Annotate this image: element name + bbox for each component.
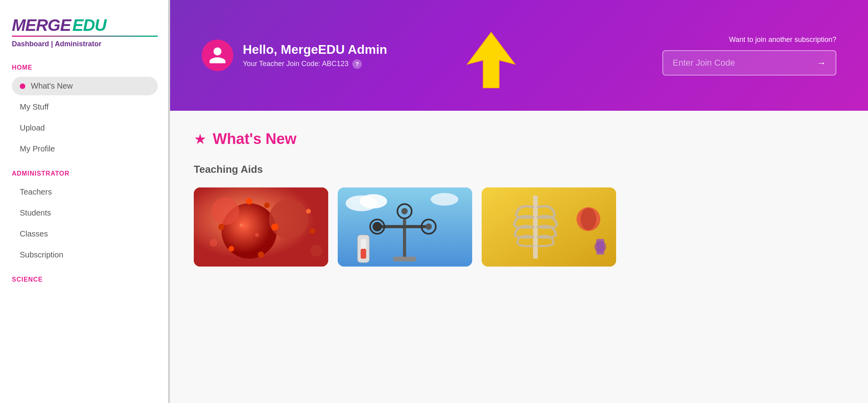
header-banner: Hello, MergeEDU Admin Your Teacher Join … <box>170 0 868 111</box>
svg-point-36 <box>581 208 596 230</box>
card-anatomy[interactable] <box>482 187 616 267</box>
nav-science-label: SCIENCE <box>12 276 158 283</box>
sidebar-item-label: Classes <box>20 229 48 238</box>
svg-point-12 <box>310 228 315 234</box>
nav-home-label: HOME <box>12 64 158 71</box>
sidebar-item-label: Teachers <box>20 187 52 197</box>
svg-point-27 <box>425 223 432 230</box>
sidebar-item-label: Students <box>20 208 51 218</box>
sidebar: MERGE EDU Dashboard | Administrator HOME… <box>0 0 170 403</box>
svg-point-9 <box>229 246 234 252</box>
sidebar-item-upload[interactable]: Upload <box>12 119 158 137</box>
svg-point-20 <box>431 193 458 206</box>
logo-edu: EDU <box>72 16 106 35</box>
help-icon[interactable]: ? <box>352 59 362 69</box>
sidebar-item-subscription[interactable]: Subscription <box>12 246 158 264</box>
join-area: Want to join another subscription? → <box>662 36 836 76</box>
join-label: Want to join another subscription? <box>729 36 837 44</box>
svg-marker-0 <box>467 32 515 88</box>
sidebar-item-label: My Stuff <box>20 102 49 112</box>
svg-point-14 <box>255 233 259 237</box>
logo: MERGE EDU <box>12 16 158 35</box>
logo-merge: MERGE <box>12 16 71 35</box>
svg-point-28 <box>401 208 408 214</box>
sidebar-item-label: Upload <box>20 123 45 132</box>
user-icon <box>208 45 227 65</box>
avatar <box>202 40 233 71</box>
nav-admin-label: ADMINISTRATOR <box>12 170 158 177</box>
sidebar-item-label: What's New <box>31 81 73 91</box>
sidebar-divider <box>168 0 170 403</box>
section-header: ★ What's New <box>194 131 844 148</box>
sidebar-item-students[interactable]: Students <box>12 204 158 222</box>
svg-point-11 <box>306 209 311 214</box>
arrow-right-icon: → <box>817 57 826 68</box>
sidebar-item-label: My Profile <box>20 144 55 153</box>
svg-point-19 <box>359 194 387 208</box>
join-input-row[interactable]: → <box>662 50 836 76</box>
anatomy-illustration <box>482 187 616 267</box>
sidebar-item-classes[interactable]: Classes <box>12 225 158 243</box>
join-code-text: Your Teacher Join Code: ABC123 ? <box>243 59 387 69</box>
card-virus[interactable] <box>194 187 328 267</box>
svg-point-6 <box>264 202 270 208</box>
svg-point-26 <box>373 222 382 231</box>
content-area: ★ What's New Teaching Aids <box>170 111 868 403</box>
subsection-title: Teaching Aids <box>194 163 844 176</box>
arrow-decoration <box>460 28 523 93</box>
svg-rect-32 <box>361 249 366 259</box>
svg-point-15 <box>210 239 217 247</box>
sidebar-item-teachers[interactable]: Teachers <box>12 183 158 201</box>
svg-point-5 <box>246 198 252 204</box>
cards-row <box>194 187 844 267</box>
logo-underline <box>12 36 158 37</box>
svg-point-16 <box>310 245 322 257</box>
svg-point-4 <box>212 197 239 225</box>
section-title: What's New <box>213 131 297 148</box>
yellow-arrow-icon <box>460 28 523 92</box>
sidebar-item-my-profile[interactable]: My Profile <box>12 140 158 158</box>
user-info: Hello, MergeEDU Admin Your Teacher Join … <box>202 40 387 71</box>
sidebar-item-my-stuff[interactable]: My Stuff <box>12 98 158 116</box>
svg-point-7 <box>271 223 278 231</box>
virus-illustration <box>194 187 328 267</box>
active-dot <box>20 83 25 89</box>
svg-point-8 <box>258 252 264 258</box>
join-code-input[interactable] <box>673 58 817 68</box>
svg-point-38 <box>594 241 606 253</box>
svg-rect-29 <box>393 257 416 261</box>
sidebar-item-label: Subscription <box>20 250 63 259</box>
svg-point-13 <box>240 223 243 227</box>
logo-area: MERGE EDU Dashboard | Administrator <box>12 16 158 48</box>
user-text: Hello, MergeEDU Admin Your Teacher Join … <box>243 42 387 69</box>
svg-point-10 <box>218 224 225 230</box>
greeting-text: Hello, MergeEDU Admin <box>243 42 387 57</box>
sidebar-item-whats-new[interactable]: What's New <box>12 77 158 95</box>
card-weather[interactable] <box>338 187 472 267</box>
logo-subtitle: Dashboard | Administrator <box>12 40 158 48</box>
main-content: Hello, MergeEDU Admin Your Teacher Join … <box>170 0 868 403</box>
weather-illustration <box>338 187 472 267</box>
svg-point-3 <box>269 199 308 239</box>
star-icon: ★ <box>194 131 206 148</box>
